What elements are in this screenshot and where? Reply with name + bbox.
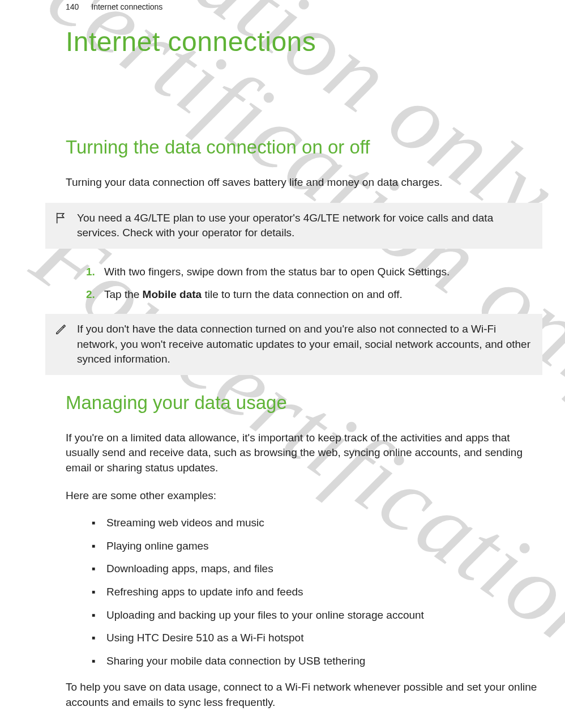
step-text-suffix: tile to turn the data connection on and … — [202, 288, 403, 300]
callout-text: If you don't have the data connection tu… — [77, 322, 531, 367]
step-item: 1. With two fingers, swipe down from the… — [86, 265, 542, 280]
chapter-title: Internet connections — [66, 26, 542, 57]
requirement-callout: You need a 4G/LTE plan to use your opera… — [45, 203, 542, 249]
step-text: Tap the Mobile data tile to turn the dat… — [104, 287, 403, 303]
step-text-prefix: Tap the — [104, 288, 143, 300]
page-number: 140 — [66, 2, 89, 11]
examples-list: Streaming web videos and music Playing o… — [92, 516, 542, 669]
section2-p3: To help you save on data usage, connect … — [66, 680, 542, 710]
step-item: 2. Tap the Mobile data tile to turn the … — [86, 287, 542, 303]
list-item: Downloading apps, maps, and files — [92, 561, 542, 577]
header-section-name: Internet connections — [91, 2, 173, 11]
list-item: Streaming web videos and music — [92, 516, 542, 531]
callout-text: You need a 4G/LTE plan to use your opera… — [77, 211, 531, 241]
manual-page: 140 Internet connections Internet connec… — [0, 0, 565, 710]
list-item: Sharing your mobile data connection by U… — [92, 654, 542, 669]
section1-intro: Turning your data connection off saves b… — [66, 175, 542, 190]
list-item: Using HTC Desire 510 as a Wi-Fi hotspot — [92, 631, 542, 646]
step-text-bold: Mobile data — [143, 288, 202, 300]
step-number: 2. — [86, 287, 96, 303]
list-item: Playing online games — [92, 539, 542, 554]
step-number: 1. — [86, 265, 96, 280]
section-title: Managing your data usage — [66, 392, 542, 414]
note-callout: If you don't have the data connection tu… — [45, 314, 542, 375]
steps-list: 1. With two fingers, swipe down from the… — [86, 265, 542, 303]
list-item: Refreshing apps to update info and feeds — [92, 585, 542, 600]
flag-icon — [54, 211, 68, 241]
section-title: Turning the data connection on or off — [66, 137, 542, 158]
page-header: 140 Internet connections — [66, 0, 542, 11]
section2-p1: If you're on a limited data allowance, i… — [66, 431, 542, 476]
pencil-icon — [54, 322, 68, 367]
step-text: With two fingers, swipe down from the st… — [104, 265, 450, 280]
list-item: Uploading and backing up your files to y… — [92, 608, 542, 623]
section2-p2: Here are some other examples: — [66, 488, 542, 504]
